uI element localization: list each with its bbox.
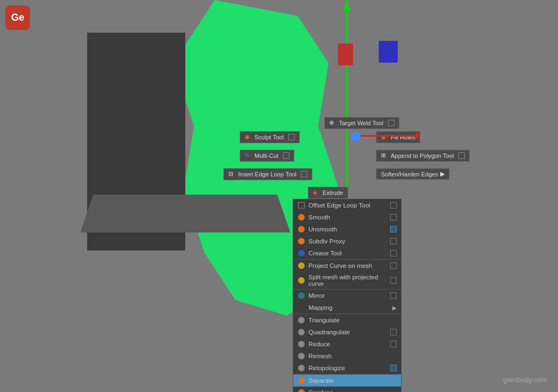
- append-icon: ⊞: [381, 152, 389, 160]
- menu-item-subdiv-proxy[interactable]: Subdiv Proxy: [293, 235, 401, 247]
- ref-object-red: [338, 44, 353, 65]
- icon-combine: [298, 389, 305, 392]
- soften-harden-button[interactable]: Soften/Harden Edges ▶: [376, 168, 450, 180]
- menu-item-remesh[interactable]: Remesh: [293, 350, 401, 362]
- label-mapping: Mapping: [308, 304, 379, 311]
- menu-item-mirror[interactable]: Mirror: [293, 289, 401, 302]
- label-crease-tool: Crease Tool: [308, 250, 387, 256]
- label-combine: Combine: [308, 389, 387, 392]
- icon-retopologize: [298, 364, 305, 372]
- label-unsmooth: Unsmooth: [308, 226, 387, 232]
- icon-separate: [298, 377, 305, 384]
- fill-holes-button[interactable]: ◉ Fill Holes: [376, 131, 420, 143]
- label-project-curve: Project Curve on mesh: [308, 262, 387, 269]
- insert-edge-marker: [301, 171, 307, 177]
- icon-quadrangulate: [298, 328, 305, 336]
- icon-smooth: [298, 213, 305, 221]
- menu-item-separate[interactable]: Separate: [293, 374, 401, 387]
- menu-item-mapping[interactable]: Mapping ▶: [293, 302, 401, 314]
- check-unsmooth: [390, 226, 397, 232]
- menu-item-quadrangulate[interactable]: Quadrangulate: [293, 326, 401, 338]
- menu-item-unsmooth[interactable]: Unsmooth: [293, 223, 401, 235]
- check-retopologize: [390, 365, 397, 371]
- icon-split-mesh: [298, 277, 305, 284]
- red-axis-arrow: [357, 135, 417, 137]
- check-project-curve: [390, 262, 397, 269]
- icon-subdiv-proxy: [298, 237, 305, 245]
- menu-item-offset-edge-loop[interactable]: Offset Edge Loop Tool: [293, 199, 401, 211]
- watermark: gambody.com: [503, 376, 547, 384]
- append-marker: [458, 152, 465, 159]
- label-subdiv-proxy: Subdiv Proxy: [308, 238, 387, 244]
- menu-item-smooth[interactable]: Smooth: [293, 211, 401, 223]
- ground-plane: [80, 195, 290, 233]
- menu-item-project-curve[interactable]: Project Curve on mesh: [293, 259, 401, 272]
- ref-object-blue: [379, 41, 398, 63]
- check-reduce: [390, 341, 397, 347]
- sculpt-icon: ◉: [245, 133, 252, 141]
- append-polygon-button[interactable]: ⊞ Append to Polygon Tool: [376, 150, 470, 162]
- menu-item-retopologize[interactable]: Retopologize: [293, 362, 401, 374]
- label-triangulate: Triangulate: [308, 317, 387, 323]
- icon-unsmooth: [298, 225, 305, 233]
- label-split-mesh: Split mesh with projected curve: [308, 274, 387, 287]
- icon-project-curve: [298, 262, 305, 270]
- menu-item-split-mesh[interactable]: Split mesh with projected curve: [293, 272, 401, 289]
- blue-connector-dot: [351, 132, 361, 142]
- soften-label: Soften/Harden Edges: [381, 171, 438, 177]
- check-split-mesh: [390, 277, 397, 284]
- green-axis-arrow: [342, 3, 351, 10]
- icon-crease-tool: [298, 249, 305, 257]
- icon-reduce: [298, 340, 305, 348]
- arrow-mapping: ▶: [392, 305, 397, 311]
- insert-edge-icon: ⊟: [228, 170, 236, 178]
- append-label: Append to Polygon Tool: [391, 152, 454, 159]
- check-offset-edge-loop: [390, 202, 397, 209]
- soften-arrow-icon: ▶: [440, 170, 445, 177]
- label-reduce: Reduce: [308, 341, 387, 347]
- check-crease-tool: [390, 250, 397, 256]
- check-smooth: [390, 214, 397, 220]
- icon-remesh: [298, 352, 305, 360]
- target-weld-marker: [388, 120, 395, 126]
- multi-cut-icon: ✎: [245, 152, 252, 160]
- context-menu: Offset Edge Loop Tool Smooth Unsmooth Su…: [293, 199, 402, 392]
- menu-item-crease-tool[interactable]: Crease Tool: [293, 247, 401, 259]
- sculpt-marker: [288, 134, 295, 140]
- label-mirror: Mirror: [308, 292, 387, 299]
- icon-mapping: [298, 304, 305, 311]
- extrude-icon: ◈: [313, 189, 320, 197]
- label-smooth: Smooth: [308, 214, 387, 220]
- icon-offset-edge-loop: [298, 201, 305, 209]
- target-weld-icon: ⊕: [329, 119, 337, 127]
- label-retopologize: Retopologize: [308, 365, 387, 371]
- sculpt-label: Sculpt Tool: [254, 134, 284, 140]
- icon-mirror: [298, 292, 305, 299]
- menu-item-triangulate[interactable]: Triangulate: [293, 314, 401, 326]
- insert-edge-label: Insert Edge Loop Tool: [238, 171, 296, 177]
- check-mirror: [390, 292, 397, 299]
- icon-triangulate: [298, 316, 305, 324]
- insert-edge-loop-button[interactable]: ⊟ Insert Edge Loop Tool: [223, 168, 312, 180]
- check-subdiv-proxy: [390, 238, 397, 244]
- multi-cut-button[interactable]: ✎ Multi-Cut: [240, 150, 294, 162]
- label-remesh: Remesh: [308, 353, 387, 359]
- extrude-button[interactable]: ◈ Extrude: [308, 187, 348, 199]
- multi-cut-label: Multi-Cut: [254, 152, 278, 159]
- target-weld-label: Target Weld Tool: [339, 120, 384, 126]
- label-separate: Separate: [308, 377, 387, 384]
- check-quadrangulate: [390, 329, 397, 335]
- menu-item-combine[interactable]: Combine: [293, 387, 401, 392]
- target-weld-tool-button[interactable]: ⊕ Target Weld Tool: [324, 117, 399, 129]
- label-offset-edge-loop: Offset Edge Loop Tool: [308, 202, 387, 209]
- multi-cut-marker: [283, 152, 289, 159]
- app-logo: Ge: [5, 5, 30, 30]
- menu-item-reduce[interactable]: Reduce: [293, 338, 401, 350]
- sculpt-tool-button[interactable]: ◉ Sculpt Tool: [240, 131, 300, 143]
- label-quadrangulate: Quadrangulate: [308, 329, 387, 335]
- extrude-label: Extrude: [323, 189, 343, 196]
